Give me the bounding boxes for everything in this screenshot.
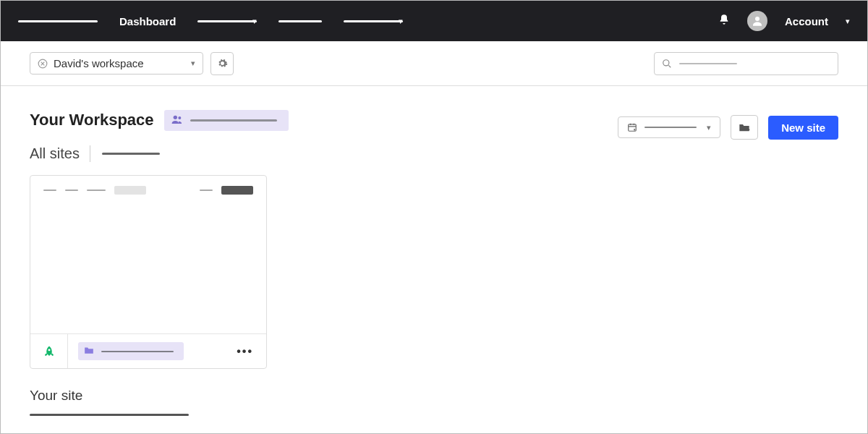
preview-tab-2 xyxy=(65,190,78,191)
svg-point-0 xyxy=(755,17,760,21)
date-range-selector[interactable]: ▾ xyxy=(618,116,720,138)
secondary-bar: David's workspace ▾ xyxy=(1,41,867,86)
avatar[interactable] xyxy=(747,11,767,31)
search-input[interactable] xyxy=(654,52,838,75)
svg-point-4 xyxy=(178,116,181,119)
site-card[interactable]: ••• xyxy=(30,175,267,369)
all-sites-header: All sites xyxy=(30,145,838,162)
all-sites-sub xyxy=(102,153,160,155)
your-site-title: Your site xyxy=(30,388,838,404)
workspace-badge-label xyxy=(190,119,277,122)
nav-item-4[interactable] xyxy=(278,20,322,22)
chevron-down-icon: ▾ xyxy=(399,17,403,26)
nav-dashboard[interactable]: Dashboard xyxy=(119,15,176,27)
people-icon xyxy=(171,114,183,127)
calendar-icon xyxy=(627,122,637,132)
svg-point-2 xyxy=(663,59,669,65)
preview-tab-1 xyxy=(43,190,56,191)
more-icon: ••• xyxy=(237,345,253,357)
workspace-title-group: Your Workspace xyxy=(30,110,289,131)
folder-plus-icon xyxy=(739,122,750,132)
chevron-down-icon: ▾ xyxy=(252,17,257,26)
nav-account[interactable]: Account xyxy=(785,15,828,27)
chevron-down-icon: ▾ xyxy=(191,59,195,68)
cancel-circle-icon xyxy=(38,59,48,69)
workspace-name: David's workspace xyxy=(54,57,144,69)
workspace-settings-button[interactable] xyxy=(210,52,234,75)
preview-tab-4 xyxy=(114,186,146,195)
preview-tabs xyxy=(43,186,253,195)
workspace-header-row: Your Workspace ▾ xyxy=(30,101,838,140)
chevron-down-icon[interactable]: ▾ xyxy=(846,17,850,26)
rocket-icon xyxy=(43,345,56,358)
workspace-badge[interactable] xyxy=(164,110,289,131)
nav-left: Dashboard ▾ ▾ xyxy=(18,15,403,27)
all-sites-label: All sites xyxy=(30,145,90,162)
gear-icon xyxy=(217,58,228,69)
your-site-underline xyxy=(30,414,189,416)
svg-point-3 xyxy=(173,115,176,119)
new-site-label: New site xyxy=(781,122,825,134)
add-folder-button[interactable] xyxy=(731,115,758,140)
search-icon xyxy=(662,59,672,69)
date-range-label xyxy=(644,127,697,128)
nav-item-1[interactable] xyxy=(18,20,98,22)
site-status-icon-cell[interactable] xyxy=(30,334,68,368)
site-folder-label xyxy=(101,351,174,352)
new-site-button[interactable]: New site xyxy=(768,116,838,140)
search-placeholder xyxy=(679,63,737,64)
workspace-selector[interactable]: David's workspace ▾ xyxy=(30,52,203,75)
nav-right: Account ▾ xyxy=(718,11,850,31)
nav-item-3[interactable]: ▾ xyxy=(197,17,257,26)
chevron-down-icon: ▾ xyxy=(707,123,711,132)
nav-item-5[interactable]: ▾ xyxy=(344,17,403,26)
workspace-title: Your Workspace xyxy=(30,111,154,129)
bell-icon[interactable] xyxy=(718,14,730,28)
site-card-footer: ••• xyxy=(30,333,266,368)
preview-tab-6 xyxy=(221,186,253,195)
site-card-preview xyxy=(30,176,266,333)
action-row: ▾ New site xyxy=(618,115,838,140)
folder-icon xyxy=(84,346,94,357)
site-card-more-button[interactable]: ••• xyxy=(224,345,266,358)
svg-point-6 xyxy=(48,349,50,351)
site-folder-badge[interactable] xyxy=(78,342,184,360)
preview-tab-3 xyxy=(87,190,106,191)
top-nav: Dashboard ▾ ▾ Account ▾ xyxy=(1,1,867,41)
main-content: Your Workspace ▾ xyxy=(1,86,867,430)
preview-tab-5 xyxy=(200,190,213,191)
